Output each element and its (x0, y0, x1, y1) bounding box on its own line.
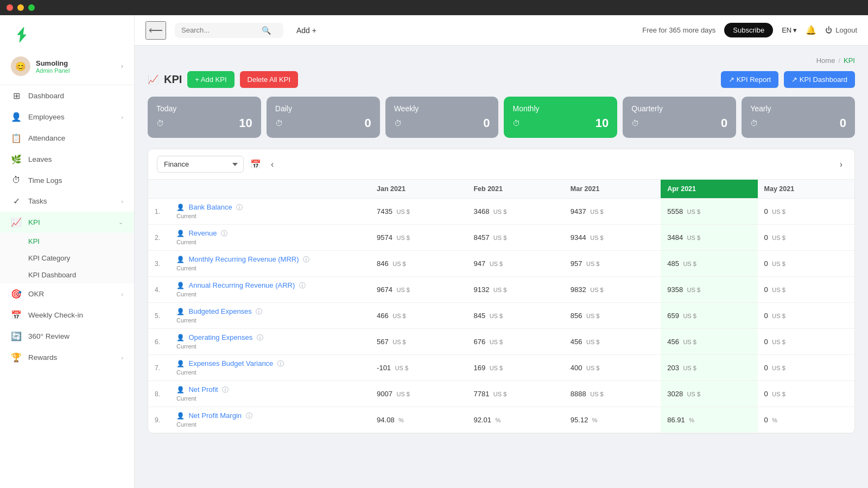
clock-icon: ⏱ (275, 119, 283, 128)
col-header-jan2021: Jan 2021 (370, 180, 467, 199)
language-selector[interactable]: EN ▾ (782, 26, 797, 34)
cell-value-col0: 7435 US $ (370, 199, 467, 225)
sidebar-item-rewards[interactable]: 🏆 Rewards › (0, 347, 134, 368)
add-button[interactable]: Add + (292, 23, 321, 38)
period-card-value: 0 (364, 116, 371, 130)
cell-value-col1: 676 US $ (467, 329, 563, 355)
leaves-icon: 🌿 (11, 154, 22, 164)
unit-text: US $ (392, 261, 406, 267)
minimize-dot[interactable] (17, 4, 24, 11)
notification-icon[interactable]: 🔔 (806, 25, 816, 35)
info-icon[interactable]: ⓘ (246, 412, 252, 420)
row-type: Current (176, 317, 197, 324)
info-icon[interactable]: ⓘ (303, 256, 309, 263)
close-dot[interactable] (7, 4, 13, 11)
info-icon[interactable]: ⓘ (257, 334, 263, 341)
info-icon[interactable]: ⓘ (236, 204, 243, 211)
cell-value-col1: 8457 US $ (467, 225, 563, 251)
value-text: 9832 (571, 286, 586, 294)
sidebar-item-timelogs[interactable]: ⏱ Time Logs (0, 170, 134, 191)
rewards-icon: 🏆 (11, 352, 22, 363)
col-header-mar2021: Mar 2021 (564, 180, 661, 199)
kpi-name-link[interactable]: Annual Recurring Revenue (ARR) (188, 281, 295, 289)
cell-value-col3: 9358 US $ (661, 277, 757, 303)
col-num (148, 180, 170, 199)
maximize-dot[interactable] (28, 4, 35, 11)
sidebar-item-kpi-main[interactable]: KPI (0, 233, 134, 250)
kpi-name-cell: 👤 Monthly Recurring Revenue (MRR) ⓘ Curr… (170, 251, 370, 277)
info-icon[interactable]: ⓘ (299, 282, 306, 289)
row-type: Current (176, 239, 197, 245)
sidebar-item-kpi-dashboard[interactable]: KPI Dashboard (0, 267, 134, 283)
kpi-name-link[interactable]: Net Profit Margin (188, 411, 242, 420)
category-filter[interactable]: FinanceHRSalesMarketing (157, 156, 244, 173)
period-card-quarterly[interactable]: Quarterly ⏱ 0 (623, 97, 736, 138)
kpi-name-link[interactable]: Bank Balance (188, 203, 232, 211)
cell-value-col3: 5558 US $ (661, 199, 757, 225)
kpi-dashboard-button[interactable]: ↗ KPI Dashboard (784, 71, 855, 88)
unit-text: % (398, 417, 404, 423)
breadcrumb-home[interactable]: Home (816, 56, 835, 65)
back-button[interactable]: ⟵ (145, 21, 166, 40)
period-card-weekly[interactable]: Weekly ⏱ 0 (385, 97, 499, 138)
sidebar-item-label: KPI (28, 218, 112, 226)
period-card-today[interactable]: Today ⏱ 10 (148, 97, 261, 138)
sidebar-item-dashboard[interactable]: ⊞ Dashboard (0, 85, 134, 106)
unit-text: US $ (772, 208, 785, 215)
subscribe-button[interactable]: Subscribe (724, 23, 773, 37)
logout-button[interactable]: ⏻ Logout (825, 26, 857, 34)
value-text: 3028 (667, 390, 683, 398)
info-icon[interactable]: ⓘ (222, 386, 229, 394)
delete-kpi-button[interactable]: Delete All KPI (240, 71, 299, 88)
calendar-icon[interactable]: 📅 (250, 159, 261, 169)
kpi-name-link[interactable]: Operating Expenses (188, 333, 252, 341)
kpi-name-link[interactable]: Monthly Recurring Revenue (MRR) (188, 255, 299, 263)
add-kpi-button[interactable]: + Add KPI (187, 71, 234, 88)
sidebar-item-kpi[interactable]: 📈 KPI ⌄ (0, 212, 134, 233)
unit-text: US $ (772, 391, 785, 397)
sidebar-item-kpi-category[interactable]: KPI Category (0, 250, 134, 267)
unit-text: US $ (772, 261, 785, 267)
value-text: 203 (667, 364, 679, 372)
sidebar-item-360review[interactable]: 🔄 360° Review (0, 326, 134, 347)
next-month-button[interactable]: › (837, 157, 846, 172)
sidebar-item-okr[interactable]: 🎯 OKR › (0, 283, 134, 305)
search-input[interactable] (181, 26, 257, 34)
period-card-value: 10 (239, 116, 252, 130)
unit-text: US $ (586, 261, 599, 267)
sidebar-item-leaves[interactable]: 🌿 Leaves (0, 149, 134, 170)
value-text: 7435 (377, 207, 392, 216)
value-text: 3484 (667, 233, 683, 242)
period-card-yearly[interactable]: Yearly ⏱ 0 (742, 97, 855, 138)
sidebar-item-label: Tasks (28, 197, 115, 205)
sidebar-logo (0, 15, 134, 50)
info-icon[interactable]: ⓘ (277, 360, 284, 367)
sidebar-item-weekly-checkin[interactable]: 📅 Weekly Check-in (0, 305, 134, 326)
period-card-value: 0 (840, 116, 846, 130)
kpi-name-link[interactable]: Net Profit (188, 385, 218, 394)
kpi-name-link[interactable]: Revenue (188, 229, 217, 237)
table-row: 8. 👤 Net Profit ⓘ Current 9007 US $ 7781… (148, 381, 854, 407)
unit-text: % (592, 417, 598, 423)
cell-value-col3: 456 US $ (661, 329, 757, 355)
value-text: 0 (764, 338, 768, 346)
kpi-name-link[interactable]: Expenses Budget Variance (188, 359, 273, 367)
table-row: 9. 👤 Net Profit Margin ⓘ Current 94.08 %… (148, 407, 854, 433)
kpi-name-link[interactable]: Budgeted Expenses (188, 307, 251, 315)
row-number: 1. (148, 199, 170, 225)
cell-value-col2: 9344 US $ (564, 225, 661, 251)
sidebar-item-tasks[interactable]: ✓ Tasks › (0, 191, 134, 212)
sidebar-item-attendance[interactable]: 📋 Attendance (0, 128, 134, 149)
kpi-report-button[interactable]: ↗ KPI Report (721, 71, 778, 88)
info-icon[interactable]: ⓘ (256, 308, 262, 315)
page-title: KPI (164, 73, 182, 86)
info-icon[interactable]: ⓘ (221, 230, 227, 237)
sidebar-item-employees[interactable]: 👤 Employees › (0, 106, 134, 128)
period-card-daily[interactable]: Daily ⏱ 0 (267, 97, 380, 138)
cell-value-col3: 203 US $ (661, 355, 757, 381)
user-profile[interactable]: 😊 Sumoling Admin Panel › (0, 50, 134, 85)
period-card-monthly[interactable]: Monthly ⏱ 10 (504, 97, 617, 138)
prev-month-button[interactable]: ‹ (268, 157, 277, 172)
table-row: 2. 👤 Revenue ⓘ Current 9574 US $ 8457 US… (148, 225, 854, 251)
cell-value-col0: 9674 US $ (370, 277, 467, 303)
